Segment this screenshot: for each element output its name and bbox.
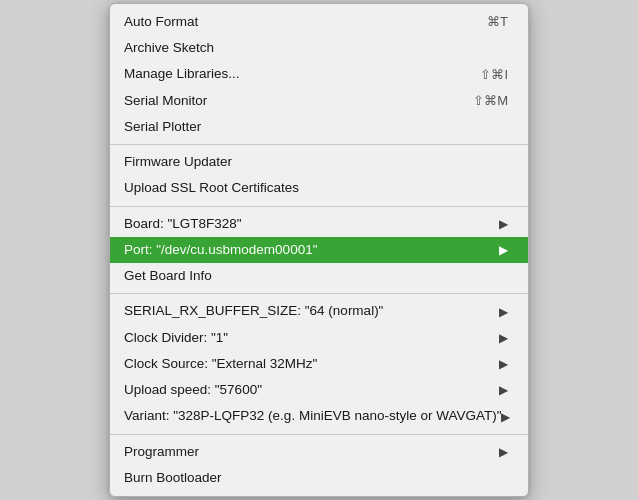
menu-item-shortcut: ⇧⌘I — [480, 65, 508, 85]
menu-item-upload-speed[interactable]: Upload speed: "57600"▶ — [110, 377, 528, 403]
menu-item-clock-source[interactable]: Clock Source: "External 32MHz"▶ — [110, 351, 528, 377]
menu-item-label: Variant: "328P-LQFP32 (e.g. MiniEVB nano… — [124, 406, 501, 426]
submenu-arrow-icon: ▶ — [499, 443, 508, 461]
menu-item-manage-libraries[interactable]: Manage Libraries...⇧⌘I — [110, 61, 528, 87]
menu-item-port[interactable]: Port: "/dev/cu.usbmodem00001"▶ — [110, 237, 528, 263]
menu-item-serial-monitor[interactable]: Serial Monitor⇧⌘M — [110, 88, 528, 114]
menu-item-label: Clock Divider: "1" — [124, 328, 228, 348]
menu-item-get-board-info[interactable]: Get Board Info — [110, 263, 528, 289]
menu-divider — [110, 144, 528, 145]
menu-item-shortcut: ⇧⌘M — [473, 91, 508, 111]
menu-item-label: Burn Bootloader — [124, 468, 222, 488]
submenu-arrow-icon: ▶ — [501, 408, 510, 426]
menu-item-label: Auto Format — [124, 12, 198, 32]
menu-item-serial-rx-buffer[interactable]: SERIAL_RX_BUFFER_SIZE: "64 (normal)"▶ — [110, 298, 528, 324]
menu-item-board[interactable]: Board: "LGT8F328"▶ — [110, 211, 528, 237]
menu-item-upload-ssl[interactable]: Upload SSL Root Certificates — [110, 175, 528, 201]
menu-item-serial-plotter[interactable]: Serial Plotter — [110, 114, 528, 140]
submenu-arrow-icon: ▶ — [499, 381, 508, 399]
menu-divider — [110, 206, 528, 207]
menu-divider — [110, 434, 528, 435]
menu-item-burn-bootloader[interactable]: Burn Bootloader — [110, 465, 528, 491]
submenu-arrow-icon: ▶ — [499, 329, 508, 347]
menu-item-label: Programmer — [124, 442, 199, 462]
context-menu: Auto Format⌘TArchive SketchManage Librar… — [109, 3, 529, 497]
menu-item-label: Upload SSL Root Certificates — [124, 178, 299, 198]
menu-item-variant[interactable]: Variant: "328P-LQFP32 (e.g. MiniEVB nano… — [110, 403, 528, 429]
menu-item-auto-format[interactable]: Auto Format⌘T — [110, 9, 528, 35]
menu-item-label: Get Board Info — [124, 266, 212, 286]
menu-item-archive-sketch[interactable]: Archive Sketch — [110, 35, 528, 61]
submenu-arrow-icon: ▶ — [499, 241, 508, 259]
menu-item-label: Firmware Updater — [124, 152, 232, 172]
menu-item-programmer[interactable]: Programmer▶ — [110, 439, 528, 465]
submenu-arrow-icon: ▶ — [499, 215, 508, 233]
menu-divider — [110, 293, 528, 294]
menu-item-label: Serial Plotter — [124, 117, 201, 137]
submenu-arrow-icon: ▶ — [499, 303, 508, 321]
menu-item-label: Archive Sketch — [124, 38, 214, 58]
menu-item-shortcut: ⌘T — [487, 12, 508, 32]
menu-item-label: Port: "/dev/cu.usbmodem00001" — [124, 240, 317, 260]
menu-item-label: Board: "LGT8F328" — [124, 214, 242, 234]
submenu-arrow-icon: ▶ — [499, 355, 508, 373]
menu-item-clock-divider[interactable]: Clock Divider: "1"▶ — [110, 325, 528, 351]
menu-item-firmware-updater[interactable]: Firmware Updater — [110, 149, 528, 175]
menu-item-label: Upload speed: "57600" — [124, 380, 262, 400]
menu-item-label: Clock Source: "External 32MHz" — [124, 354, 317, 374]
menu-item-label: Manage Libraries... — [124, 64, 240, 84]
menu-item-label: Serial Monitor — [124, 91, 207, 111]
menu-item-label: SERIAL_RX_BUFFER_SIZE: "64 (normal)" — [124, 301, 383, 321]
